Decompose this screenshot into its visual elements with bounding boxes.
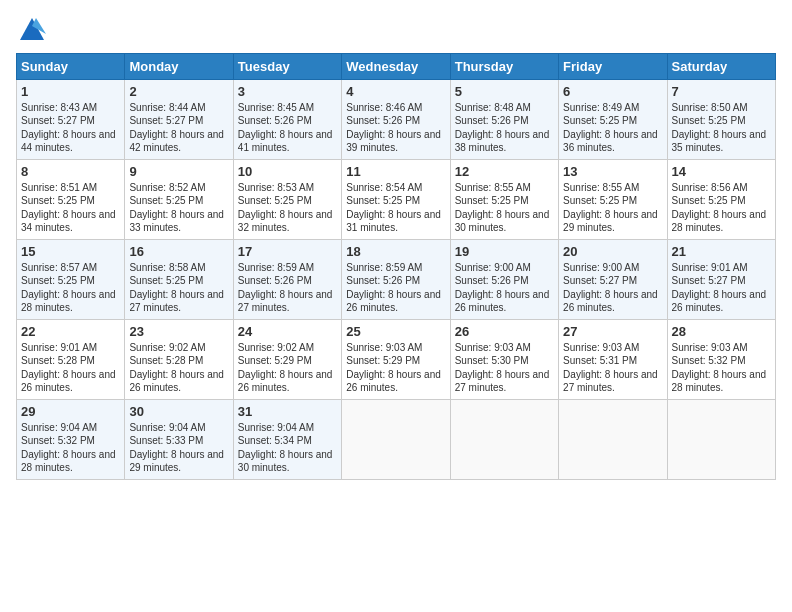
- cell-sunrise: Sunrise: 9:01 AM: [672, 262, 748, 273]
- day-number: 29: [21, 404, 120, 419]
- calendar-cell: 20 Sunrise: 9:00 AM Sunset: 5:27 PM Dayl…: [559, 239, 667, 319]
- day-number: 1: [21, 84, 120, 99]
- cell-sunrise: Sunrise: 8:59 AM: [346, 262, 422, 273]
- day-number: 23: [129, 324, 228, 339]
- cell-sunset: Sunset: 5:25 PM: [346, 195, 420, 206]
- day-number: 9: [129, 164, 228, 179]
- cell-daylight: Daylight: 8 hours and 34 minutes.: [21, 209, 116, 234]
- cell-daylight: Daylight: 8 hours and 27 minutes.: [129, 289, 224, 314]
- cell-sunset: Sunset: 5:25 PM: [129, 275, 203, 286]
- cell-daylight: Daylight: 8 hours and 26 minutes.: [238, 369, 333, 394]
- cell-sunset: Sunset: 5:27 PM: [563, 275, 637, 286]
- cell-sunrise: Sunrise: 9:04 AM: [129, 422, 205, 433]
- cell-sunrise: Sunrise: 9:02 AM: [129, 342, 205, 353]
- calendar-cell: 9 Sunrise: 8:52 AM Sunset: 5:25 PM Dayli…: [125, 159, 233, 239]
- cell-daylight: Daylight: 8 hours and 31 minutes.: [346, 209, 441, 234]
- logo-text: [16, 16, 46, 49]
- calendar-cell: 14 Sunrise: 8:56 AM Sunset: 5:25 PM Dayl…: [667, 159, 775, 239]
- calendar-cell: 15 Sunrise: 8:57 AM Sunset: 5:25 PM Dayl…: [17, 239, 125, 319]
- calendar-cell: 7 Sunrise: 8:50 AM Sunset: 5:25 PM Dayli…: [667, 79, 775, 159]
- calendar-cell: 25 Sunrise: 9:03 AM Sunset: 5:29 PM Dayl…: [342, 319, 450, 399]
- cell-sunset: Sunset: 5:31 PM: [563, 355, 637, 366]
- weekday-header: Wednesday: [342, 53, 450, 79]
- cell-daylight: Daylight: 8 hours and 27 minutes.: [563, 369, 658, 394]
- calendar-cell: 23 Sunrise: 9:02 AM Sunset: 5:28 PM Dayl…: [125, 319, 233, 399]
- cell-sunset: Sunset: 5:30 PM: [455, 355, 529, 366]
- page-container: SundayMondayTuesdayWednesdayThursdayFrid…: [0, 0, 792, 488]
- cell-sunrise: Sunrise: 8:52 AM: [129, 182, 205, 193]
- cell-sunset: Sunset: 5:26 PM: [346, 115, 420, 126]
- day-number: 2: [129, 84, 228, 99]
- day-number: 30: [129, 404, 228, 419]
- cell-sunset: Sunset: 5:26 PM: [346, 275, 420, 286]
- calendar-cell: 22 Sunrise: 9:01 AM Sunset: 5:28 PM Dayl…: [17, 319, 125, 399]
- day-number: 10: [238, 164, 337, 179]
- cell-sunrise: Sunrise: 9:03 AM: [455, 342, 531, 353]
- day-number: 14: [672, 164, 771, 179]
- cell-daylight: Daylight: 8 hours and 33 minutes.: [129, 209, 224, 234]
- header-row: SundayMondayTuesdayWednesdayThursdayFrid…: [17, 53, 776, 79]
- calendar-cell: 8 Sunrise: 8:51 AM Sunset: 5:25 PM Dayli…: [17, 159, 125, 239]
- cell-sunrise: Sunrise: 9:02 AM: [238, 342, 314, 353]
- cell-sunset: Sunset: 5:26 PM: [455, 275, 529, 286]
- cell-sunrise: Sunrise: 9:03 AM: [346, 342, 422, 353]
- calendar-week-row: 1 Sunrise: 8:43 AM Sunset: 5:27 PM Dayli…: [17, 79, 776, 159]
- cell-daylight: Daylight: 8 hours and 29 minutes.: [129, 449, 224, 474]
- cell-sunset: Sunset: 5:26 PM: [238, 275, 312, 286]
- day-number: 25: [346, 324, 445, 339]
- calendar-cell: 10 Sunrise: 8:53 AM Sunset: 5:25 PM Dayl…: [233, 159, 341, 239]
- calendar-cell: [559, 399, 667, 479]
- cell-daylight: Daylight: 8 hours and 39 minutes.: [346, 129, 441, 154]
- day-number: 19: [455, 244, 554, 259]
- calendar-cell: 21 Sunrise: 9:01 AM Sunset: 5:27 PM Dayl…: [667, 239, 775, 319]
- calendar-cell: 5 Sunrise: 8:48 AM Sunset: 5:26 PM Dayli…: [450, 79, 558, 159]
- cell-daylight: Daylight: 8 hours and 26 minutes.: [129, 369, 224, 394]
- day-number: 27: [563, 324, 662, 339]
- header: [16, 12, 776, 49]
- cell-sunset: Sunset: 5:27 PM: [21, 115, 95, 126]
- cell-sunrise: Sunrise: 8:59 AM: [238, 262, 314, 273]
- cell-sunrise: Sunrise: 9:04 AM: [238, 422, 314, 433]
- cell-sunset: Sunset: 5:34 PM: [238, 435, 312, 446]
- calendar-week-row: 8 Sunrise: 8:51 AM Sunset: 5:25 PM Dayli…: [17, 159, 776, 239]
- cell-daylight: Daylight: 8 hours and 26 minutes.: [455, 289, 550, 314]
- cell-daylight: Daylight: 8 hours and 28 minutes.: [21, 289, 116, 314]
- calendar-week-row: 15 Sunrise: 8:57 AM Sunset: 5:25 PM Dayl…: [17, 239, 776, 319]
- calendar-cell: 11 Sunrise: 8:54 AM Sunset: 5:25 PM Dayl…: [342, 159, 450, 239]
- calendar-cell: [667, 399, 775, 479]
- day-number: 26: [455, 324, 554, 339]
- cell-daylight: Daylight: 8 hours and 30 minutes.: [455, 209, 550, 234]
- cell-sunrise: Sunrise: 8:53 AM: [238, 182, 314, 193]
- calendar-cell: 19 Sunrise: 9:00 AM Sunset: 5:26 PM Dayl…: [450, 239, 558, 319]
- calendar-cell: 6 Sunrise: 8:49 AM Sunset: 5:25 PM Dayli…: [559, 79, 667, 159]
- cell-daylight: Daylight: 8 hours and 26 minutes.: [346, 289, 441, 314]
- cell-sunset: Sunset: 5:33 PM: [129, 435, 203, 446]
- weekday-header: Sunday: [17, 53, 125, 79]
- calendar-week-row: 29 Sunrise: 9:04 AM Sunset: 5:32 PM Dayl…: [17, 399, 776, 479]
- calendar-cell: 29 Sunrise: 9:04 AM Sunset: 5:32 PM Dayl…: [17, 399, 125, 479]
- cell-sunrise: Sunrise: 9:00 AM: [455, 262, 531, 273]
- cell-sunset: Sunset: 5:25 PM: [672, 195, 746, 206]
- logo: [16, 16, 46, 49]
- day-number: 3: [238, 84, 337, 99]
- day-number: 28: [672, 324, 771, 339]
- weekday-header: Friday: [559, 53, 667, 79]
- cell-daylight: Daylight: 8 hours and 26 minutes.: [346, 369, 441, 394]
- calendar-cell: 30 Sunrise: 9:04 AM Sunset: 5:33 PM Dayl…: [125, 399, 233, 479]
- calendar-cell: 27 Sunrise: 9:03 AM Sunset: 5:31 PM Dayl…: [559, 319, 667, 399]
- calendar-cell: 26 Sunrise: 9:03 AM Sunset: 5:30 PM Dayl…: [450, 319, 558, 399]
- cell-sunset: Sunset: 5:26 PM: [455, 115, 529, 126]
- calendar-cell: [342, 399, 450, 479]
- weekday-header: Thursday: [450, 53, 558, 79]
- cell-sunrise: Sunrise: 8:50 AM: [672, 102, 748, 113]
- cell-daylight: Daylight: 8 hours and 42 minutes.: [129, 129, 224, 154]
- day-number: 11: [346, 164, 445, 179]
- calendar-cell: 31 Sunrise: 9:04 AM Sunset: 5:34 PM Dayl…: [233, 399, 341, 479]
- cell-sunset: Sunset: 5:25 PM: [238, 195, 312, 206]
- cell-sunrise: Sunrise: 8:46 AM: [346, 102, 422, 113]
- cell-daylight: Daylight: 8 hours and 28 minutes.: [672, 369, 767, 394]
- day-number: 12: [455, 164, 554, 179]
- day-number: 16: [129, 244, 228, 259]
- cell-daylight: Daylight: 8 hours and 30 minutes.: [238, 449, 333, 474]
- cell-daylight: Daylight: 8 hours and 29 minutes.: [563, 209, 658, 234]
